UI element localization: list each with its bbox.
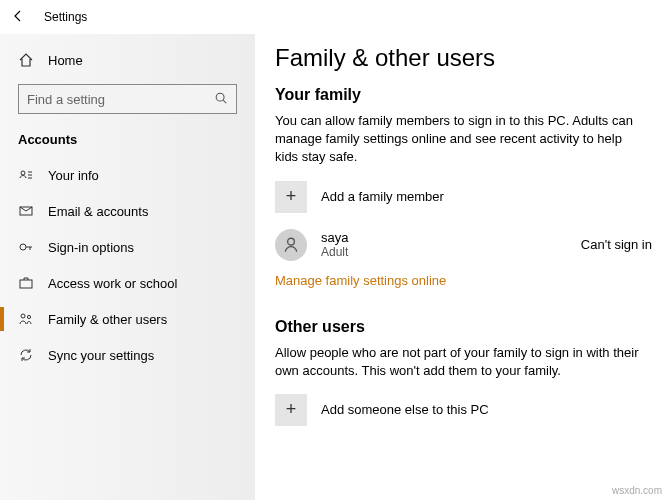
search-icon [214, 91, 228, 108]
sidebar-item-label: Sign-in options [48, 240, 134, 255]
search-placeholder: Find a setting [27, 92, 105, 107]
sidebar-item-your-info[interactable]: Your info [0, 157, 255, 193]
manage-family-link[interactable]: Manage family settings online [275, 273, 446, 288]
key-icon [18, 239, 34, 255]
svg-point-6 [21, 314, 25, 318]
sidebar-item-label: Email & accounts [48, 204, 148, 219]
add-family-label: Add a family member [321, 189, 444, 204]
svg-line-1 [223, 100, 226, 103]
other-description: Allow people who are not part of your fa… [275, 344, 645, 380]
sync-icon [18, 347, 34, 363]
titlebar: Settings [0, 0, 670, 34]
plus-icon: + [275, 394, 307, 426]
home-icon [18, 52, 34, 68]
avatar-icon [275, 229, 307, 261]
sidebar-home[interactable]: Home [0, 42, 255, 78]
briefcase-icon [18, 275, 34, 291]
member-name: saya [321, 230, 567, 245]
add-family-member-button[interactable]: + Add a family member [275, 181, 652, 213]
people-icon [18, 311, 34, 327]
svg-point-8 [288, 238, 295, 245]
other-heading: Other users [275, 318, 652, 336]
add-other-user-button[interactable]: + Add someone else to this PC [275, 394, 652, 426]
sidebar-section-label: Accounts [0, 128, 255, 157]
person-card-icon [18, 167, 34, 183]
plus-icon: + [275, 181, 307, 213]
sidebar-item-label: Sync your settings [48, 348, 154, 363]
sidebar-item-signin[interactable]: Sign-in options [0, 229, 255, 265]
svg-point-0 [216, 93, 224, 101]
window-title: Settings [44, 10, 87, 24]
sidebar-item-label: Family & other users [48, 312, 167, 327]
svg-point-4 [20, 244, 26, 250]
sidebar-item-work[interactable]: Access work or school [0, 265, 255, 301]
svg-point-2 [21, 171, 25, 175]
search-input[interactable]: Find a setting [18, 84, 237, 114]
watermark: wsxdn.com [612, 485, 662, 496]
sidebar-item-family[interactable]: Family & other users [0, 301, 255, 337]
page-title: Family & other users [275, 44, 652, 72]
sidebar-item-sync[interactable]: Sync your settings [0, 337, 255, 373]
sidebar-item-email[interactable]: Email & accounts [0, 193, 255, 229]
sidebar-item-label: Your info [48, 168, 99, 183]
family-member-row[interactable]: saya Adult Can't sign in [275, 229, 652, 261]
add-other-label: Add someone else to this PC [321, 402, 489, 417]
svg-rect-5 [20, 280, 32, 288]
back-icon[interactable] [10, 8, 26, 27]
sidebar: Home Find a setting Accounts Your info [0, 34, 255, 500]
sidebar-item-label: Access work or school [48, 276, 177, 291]
family-heading: Your family [275, 86, 652, 104]
sidebar-home-label: Home [48, 53, 83, 68]
svg-point-7 [27, 315, 30, 318]
member-status: Can't sign in [581, 237, 652, 252]
main-content: Family & other users Your family You can… [255, 34, 670, 500]
member-role: Adult [321, 245, 567, 259]
family-description: You can allow family members to sign in … [275, 112, 645, 167]
mail-icon [18, 203, 34, 219]
